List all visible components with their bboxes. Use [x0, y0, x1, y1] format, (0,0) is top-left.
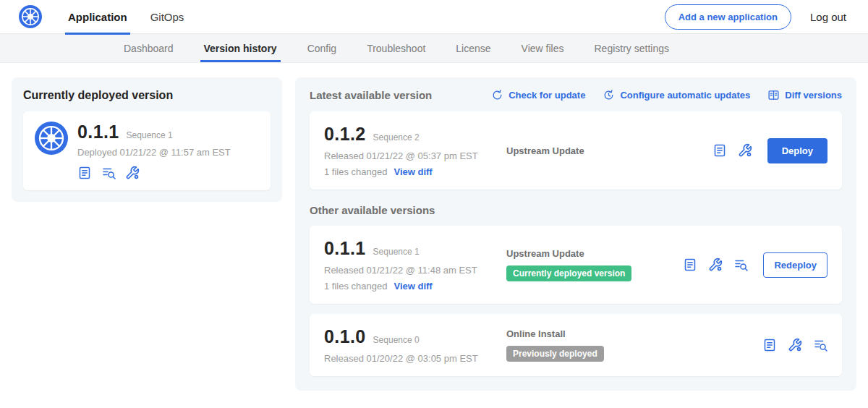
files-changed-label: 1 files changed	[324, 166, 387, 177]
version-source-block: Upstream Update	[506, 145, 712, 156]
top-bar: Application GitOps Add a new application…	[0, 0, 868, 34]
version-info: 0.1.1 Sequence 1 Released 01/21/22 @ 11:…	[324, 238, 506, 292]
sequence-label: Sequence 1	[373, 247, 420, 257]
diff-versions-link[interactable]: Diff versions	[767, 89, 842, 101]
version-source: Upstream Update	[506, 248, 683, 259]
release-notes-icon[interactable]	[77, 166, 92, 180]
latest-version-header: Latest available version Check for updat…	[310, 89, 842, 101]
tab-gitops[interactable]: GitOps	[139, 0, 196, 34]
currently-deployed-badge: Currently deployed version	[506, 265, 631, 281]
config-icon[interactable]	[738, 143, 752, 158]
view-files-icon[interactable]	[101, 166, 116, 180]
deployed-actions	[77, 166, 231, 180]
release-notes-icon[interactable]	[762, 338, 777, 352]
kubernetes-logo-icon	[19, 5, 42, 28]
released-date: Released 01/21/22 @ 11:48 am EST	[324, 265, 506, 276]
version-source-block: Upstream Update Currently deployed versi…	[506, 248, 683, 281]
tab-config[interactable]: Config	[292, 34, 352, 62]
topbar-right: Add a new application Log out	[665, 4, 849, 30]
version-number: 0.1.1	[324, 238, 366, 259]
check-for-update-label: Check for update	[509, 90, 585, 101]
version-info: 0.1.0 Sequence 0 Released 01/20/22 @ 03:…	[324, 326, 506, 364]
refresh-icon	[491, 89, 503, 101]
deployed-version-info: 0.1.1 Sequence 1 Deployed 01/21/22 @ 11:…	[77, 122, 231, 180]
deployed-date: Deployed 01/21/22 @ 11:57 am EST	[77, 147, 231, 158]
released-date: Released 01/20/22 @ 03:05 pm EST	[324, 353, 506, 364]
tab-view-files[interactable]: View files	[506, 34, 579, 62]
version-row-actions: Deploy	[712, 138, 827, 163]
configure-automatic-updates-link[interactable]: Configure automatic updates	[603, 89, 750, 101]
tab-troubleshoot[interactable]: Troubleshoot	[352, 34, 441, 62]
previously-deployed-badge: Previously deployed	[506, 346, 604, 362]
release-notes-icon[interactable]	[683, 258, 697, 272]
logout-link[interactable]: Log out	[810, 11, 846, 23]
redeploy-button[interactable]: Redeploy	[763, 252, 827, 278]
version-actions: Check for update Configure automatic upd…	[491, 89, 842, 101]
version-source: Upstream Update	[506, 145, 712, 156]
currently-deployed-panel: Currently deployed version	[12, 77, 282, 202]
add-application-button[interactable]: Add a new application	[665, 4, 791, 30]
configure-automatic-updates-label: Configure automatic updates	[620, 90, 750, 101]
view-diff-link[interactable]: View diff	[393, 166, 432, 177]
sequence-label: Sequence 2	[373, 132, 420, 143]
files-changed-label: 1 files changed	[324, 281, 387, 292]
tab-license[interactable]: License	[441, 34, 506, 62]
version-row: 0.1.0 Sequence 0 Released 01/20/22 @ 03:…	[310, 314, 842, 376]
deployed-version-card: 0.1.1 Sequence 1 Deployed 01/21/22 @ 11:…	[23, 111, 271, 190]
app-kubernetes-icon	[35, 122, 68, 155]
version-source: Online Install	[506, 328, 762, 339]
other-versions-title: Other available versions	[310, 204, 842, 216]
version-source-block: Online Install Previously deployed	[506, 328, 762, 362]
release-notes-icon[interactable]	[712, 143, 727, 158]
view-diff-link[interactable]: View diff	[393, 281, 432, 292]
tab-application[interactable]: Application	[56, 0, 139, 34]
deployed-version-number: 0.1.1	[77, 122, 119, 143]
check-for-update-link[interactable]: Check for update	[491, 89, 585, 101]
version-info: 0.1.2 Sequence 2 Released 01/21/22 @ 05:…	[324, 124, 506, 177]
view-files-icon[interactable]	[733, 258, 748, 272]
version-row-actions	[762, 338, 827, 352]
version-number: 0.1.0	[324, 326, 366, 347]
config-icon[interactable]	[708, 258, 723, 272]
version-row-actions: Redeploy	[683, 252, 827, 278]
released-date: Released 01/21/22 @ 05:37 pm EST	[324, 150, 506, 161]
version-history-panel: Latest available version Check for updat…	[295, 77, 856, 391]
latest-version-card: 0.1.2 Sequence 2 Released 01/21/22 @ 05:…	[310, 111, 842, 190]
diff-versions-icon	[767, 89, 780, 101]
tab-registry-settings[interactable]: Registry settings	[579, 34, 684, 62]
config-icon[interactable]	[125, 166, 140, 180]
app-subnav: Dashboard Version history Config Trouble…	[0, 34, 868, 63]
deploy-button[interactable]: Deploy	[767, 138, 827, 163]
main-content: Currently deployed version	[0, 63, 868, 391]
deployed-panel-title: Currently deployed version	[23, 89, 271, 102]
deployed-sequence-label: Sequence 1	[127, 130, 173, 140]
view-files-icon[interactable]	[813, 338, 827, 352]
version-number: 0.1.2	[324, 124, 366, 145]
tab-version-history[interactable]: Version history	[189, 34, 292, 62]
config-icon[interactable]	[788, 338, 802, 352]
sequence-label: Sequence 0	[373, 335, 420, 345]
tab-dashboard[interactable]: Dashboard	[109, 34, 189, 62]
auto-update-clock-icon	[603, 89, 615, 101]
diff-versions-label: Diff versions	[785, 90, 842, 101]
latest-version-title: Latest available version	[310, 89, 432, 101]
version-row: 0.1.1 Sequence 1 Released 01/21/22 @ 11:…	[310, 226, 842, 304]
